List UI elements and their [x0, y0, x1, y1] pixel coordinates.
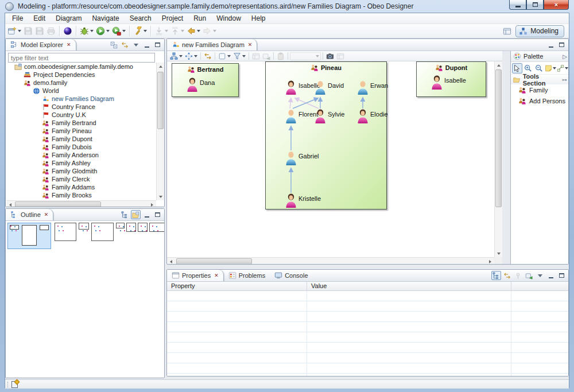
minimize-view-button[interactable] — [546, 271, 556, 280]
tree-item-demo-family[interactable]: demo.family — [6, 79, 156, 87]
palette-tool-family[interactable]: Family — [511, 84, 569, 95]
editor-vertical-scrollbar[interactable] — [494, 61, 502, 257]
tree-item-family-addams[interactable]: Family Addams — [6, 183, 156, 191]
tree-item-family-anderson[interactable]: Family Anderson — [6, 151, 156, 159]
tree-item-family-dupont[interactable]: Family Dupont — [6, 135, 156, 143]
menu-search[interactable]: Search — [125, 13, 157, 24]
tab-properties[interactable]: Properties ✕ — [167, 270, 224, 281]
menu-file[interactable]: File — [7, 13, 28, 24]
filter-input[interactable] — [8, 53, 155, 63]
palette-tools-section[interactable]: Tools Section ⊶ — [511, 75, 569, 84]
diagram-person-elodie[interactable]: Elodie — [357, 109, 388, 124]
menu-edit[interactable]: Edit — [28, 13, 51, 24]
tree-item-world[interactable]: World — [6, 87, 156, 95]
view-menu-button[interactable] — [535, 271, 545, 280]
menu-run[interactable]: Run — [188, 13, 211, 24]
export-image-button[interactable] — [325, 52, 335, 61]
tree-vertical-scrollbar[interactable] — [156, 63, 164, 200]
close-icon[interactable]: ✕ — [44, 212, 49, 218]
properties-table-body[interactable] — [167, 291, 568, 376]
connection-tool-button[interactable] — [557, 63, 568, 73]
tab-outline[interactable]: Outline ✕ — [6, 209, 53, 220]
outline-thumbnail[interactable] — [55, 223, 76, 241]
diagram-person-florent[interactable]: Florent — [285, 109, 318, 124]
paste-layout-button[interactable] — [276, 52, 286, 61]
next-annotation-button[interactable] — [153, 25, 169, 37]
tree-item-family-glodmith[interactable]: Family Glodmith — [6, 167, 156, 175]
outline-thumbnail[interactable] — [116, 223, 125, 228]
maximize-button[interactable] — [526, 0, 544, 10]
tree-item-country-france[interactable]: Country France — [6, 103, 156, 111]
minimize-view-button[interactable] — [142, 210, 152, 219]
menu-project[interactable]: Project — [157, 13, 188, 24]
close-button[interactable]: × — [544, 0, 569, 10]
modeling-perspective-button[interactable]: Modeling — [515, 25, 564, 37]
outline-thumbnail[interactable] — [91, 223, 114, 241]
outline-thumbnail[interactable] — [7, 223, 51, 249]
outline-thumbnail[interactable] — [126, 223, 136, 232]
debug-button[interactable] — [79, 25, 95, 37]
pin-properties-button[interactable] — [513, 271, 523, 280]
fast-view-icon[interactable] — [11, 381, 18, 388]
external-tools-button[interactable] — [111, 25, 127, 37]
diagram-person-isabelle-dupont[interactable]: Isabelle — [431, 75, 466, 90]
maximize-view-button[interactable] — [557, 271, 567, 280]
diagram-person-dana[interactable]: Dana — [187, 77, 215, 92]
family-container-bertrand[interactable]: Bertrand Dana — [172, 63, 239, 97]
show-element-button[interactable] — [261, 52, 272, 61]
pin-section-icon[interactable]: ⊶ — [562, 77, 567, 83]
tree-item-new-families-diagram[interactable]: new Families Diagram — [6, 95, 156, 103]
link-with-editor-button[interactable] — [120, 40, 130, 49]
family-container-dupont[interactable]: Dupont Isabelle — [416, 61, 486, 97]
collapse-all-button[interactable] — [109, 40, 119, 49]
diagram-person-gabriel[interactable]: Gabriel — [285, 151, 319, 166]
diagram-person-sylvie[interactable]: Sylvie — [315, 109, 344, 124]
tree-item-family-dubois[interactable]: Family Dubois — [6, 143, 156, 151]
selection-tool-button[interactable] — [512, 63, 522, 73]
close-icon[interactable]: ✕ — [67, 42, 71, 48]
tab-new-families-diagram[interactable]: new Families Diagram ✕ — [167, 39, 257, 51]
minimize-editor-button[interactable] — [546, 40, 556, 49]
filters-button[interactable] — [232, 52, 247, 61]
search-button[interactable] — [132, 25, 148, 37]
close-icon[interactable]: ✕ — [248, 42, 253, 48]
tree-item-country-uk[interactable]: Country U.K — [6, 111, 156, 119]
new-properties-view-button[interactable] — [524, 271, 534, 280]
minimize-view-button[interactable] — [142, 40, 152, 49]
save-all-button[interactable] — [34, 25, 45, 37]
print-button[interactable] — [45, 25, 57, 37]
show-tree-button[interactable] — [491, 271, 501, 280]
outline-tree-mode-button[interactable] — [120, 210, 130, 219]
refresh-diagram-button[interactable] — [335, 52, 346, 61]
tab-model-explorer[interactable]: Model Explorer ✕ — [6, 39, 76, 51]
menu-diagram[interactable]: Diagram — [51, 13, 87, 24]
tree-item-family-bertrand[interactable]: Family Bertrand — [6, 119, 156, 127]
column-property[interactable]: Property — [167, 282, 195, 289]
back-history-button[interactable] — [185, 25, 201, 37]
diagram-person-kristelle[interactable]: Kristelle — [285, 193, 321, 208]
view-menu-button[interactable] — [131, 40, 141, 49]
tree-item-family-clerck[interactable]: Family Clerck — [6, 175, 156, 183]
routing-style-button[interactable] — [184, 52, 199, 61]
tree-item-project[interactable]: com.obeodesigner.sample.family.demo — [6, 63, 156, 71]
outline-thumbnail[interactable] — [138, 223, 148, 232]
maximize-view-button[interactable] — [153, 40, 162, 49]
tree-item-family-ashley[interactable]: Family Ashley — [6, 159, 156, 167]
tab-console[interactable]: Console — [270, 270, 312, 281]
tree-horizontal-scrollbar[interactable] — [6, 200, 156, 207]
outline-thumbnail[interactable] — [149, 223, 165, 232]
minimize-button[interactable] — [509, 0, 526, 10]
palette-tool-add-persons[interactable]: Add Persons — [511, 95, 569, 106]
diagram-canvas[interactable]: Bertrand Dana Pineau — [167, 61, 494, 257]
editor-horizontal-scrollbar[interactable] — [167, 257, 494, 265]
close-icon[interactable]: ✕ — [214, 273, 219, 278]
sync-selection-button[interactable] — [502, 271, 512, 280]
run-button[interactable] — [95, 25, 111, 37]
outline-overview-mode-button[interactable] — [131, 210, 141, 219]
menu-help[interactable]: Help — [246, 13, 271, 24]
maximize-view-button[interactable] — [153, 210, 162, 219]
arrange-all-button[interactable] — [169, 52, 184, 61]
tree-item-dependencies[interactable]: Project Dependencies — [6, 71, 156, 79]
diagram-person-erwan[interactable]: Erwan — [357, 80, 388, 95]
palette-collapse-icon[interactable]: ▷ — [563, 53, 567, 60]
